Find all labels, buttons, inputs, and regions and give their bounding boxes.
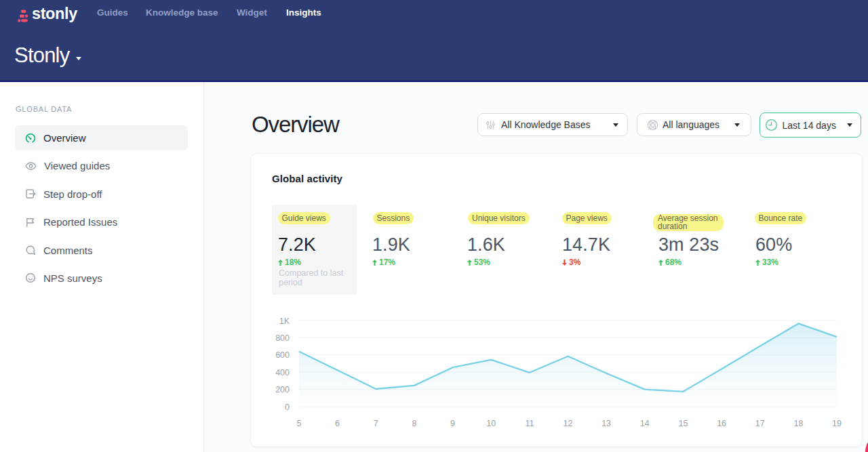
svg-text:12: 12 [564, 419, 573, 428]
svg-text:19: 19 [832, 419, 842, 428]
svg-text:10: 10 [486, 419, 496, 428]
svg-text:0: 0 [285, 403, 290, 412]
svg-text:14: 14 [640, 419, 650, 428]
svg-text:1K: 1K [279, 316, 290, 326]
svg-text:13: 13 [601, 419, 611, 428]
svg-text:16: 16 [717, 419, 726, 428]
svg-text:15: 15 [678, 419, 688, 428]
svg-text:7: 7 [374, 419, 378, 428]
svg-text:8: 8 [412, 419, 416, 428]
svg-text:600: 600 [275, 350, 290, 360]
svg-text:5: 5 [297, 419, 302, 428]
svg-text:6: 6 [335, 419, 340, 428]
svg-text:800: 800 [275, 333, 290, 343]
svg-text:18: 18 [793, 419, 803, 428]
svg-text:17: 17 [755, 419, 765, 428]
svg-text:400: 400 [275, 368, 290, 377]
svg-text:11: 11 [525, 419, 534, 428]
svg-text:200: 200 [275, 385, 290, 394]
svg-text:9: 9 [450, 419, 455, 428]
